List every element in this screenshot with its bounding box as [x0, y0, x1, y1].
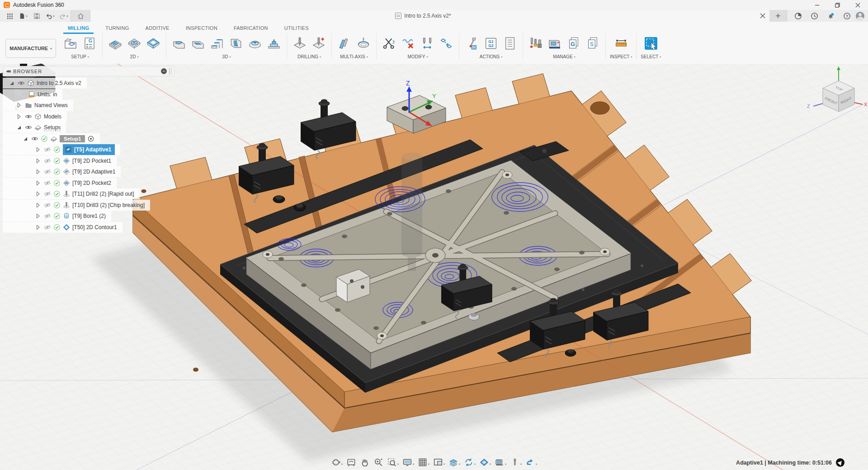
minimize-button[interactable] — [807, 0, 827, 10]
adaptive-clearing-button[interactable] — [170, 34, 188, 53]
browser-resize-handle[interactable] — [169, 68, 171, 75]
workspace-selector[interactable]: MANUFACTURE ▾ — [5, 39, 56, 58]
setup-sheet-button[interactable] — [501, 34, 519, 53]
grid-and-snaps-button[interactable]: ▾ — [416, 457, 431, 468]
browser-collapse-button[interactable]: ◀◀ — [6, 69, 9, 73]
file-menu-button[interactable]: ▾ — [16, 10, 30, 22]
2d-pocket-button[interactable] — [126, 34, 143, 53]
tool-library-button[interactable] — [527, 34, 544, 53]
profile-avatar[interactable] — [856, 12, 864, 20]
expand-icon[interactable] — [15, 124, 23, 131]
tab-fabrication[interactable]: FABRICATION — [226, 24, 276, 33]
new-setup-button[interactable] — [62, 34, 79, 53]
show-toolpath-button[interactable]: ▾ — [447, 457, 462, 468]
visibility-eye-off-icon[interactable] — [44, 224, 51, 231]
tool-compare-button[interactable] — [419, 34, 436, 53]
undo-button[interactable]: ▾ — [43, 10, 57, 22]
expand-icon[interactable] — [8, 80, 15, 87]
extensions-icon[interactable] — [791, 10, 805, 22]
expand-icon[interactable] — [34, 146, 42, 153]
post-library-button[interactable] — [565, 34, 582, 53]
thread-button[interactable] — [310, 34, 327, 53]
templates-button[interactable] — [584, 34, 601, 53]
expand-icon[interactable] — [34, 202, 42, 209]
visibility-eye-icon[interactable] — [25, 124, 32, 131]
exit-setup-button[interactable]: ▾ — [524, 457, 538, 468]
expand-icon[interactable] — [34, 190, 42, 197]
visibility-eye-off-icon[interactable] — [44, 190, 51, 197]
visibility-eye-off-icon[interactable] — [44, 212, 51, 220]
redo-button[interactable]: ▾ — [57, 10, 71, 22]
tab-inspection[interactable]: INSPECTION — [178, 24, 226, 33]
look-at-button[interactable] — [345, 457, 358, 468]
toolpath-trim-button[interactable] — [381, 34, 398, 53]
select-button[interactable] — [642, 34, 660, 53]
post-process-button[interactable] — [482, 34, 500, 53]
measure-button[interactable] — [613, 34, 630, 53]
rotary-button[interactable] — [355, 34, 372, 53]
tree-item-named-views[interactable]: Named Views — [3, 100, 73, 111]
tree-item-units[interactable]: Units: in — [3, 89, 62, 100]
visibility-eye-off-icon[interactable] — [44, 202, 51, 209]
parallel-button[interactable] — [208, 34, 226, 53]
op-2d-adaptive1[interactable]: [T9] 2D Adaptive1 — [3, 166, 121, 177]
visibility-eye-off-icon[interactable] — [44, 168, 51, 175]
new-document-tab-button[interactable] — [769, 10, 787, 22]
expand-icon[interactable] — [34, 168, 42, 175]
restore-button[interactable] — [827, 0, 848, 10]
zoom-button[interactable] — [372, 457, 385, 468]
expand-icon[interactable] — [34, 212, 42, 220]
tree-item-setups[interactable]: Setups — [3, 122, 66, 133]
help-icon[interactable]: ? — [840, 10, 854, 22]
tab-utilities[interactable]: UTILITIES — [276, 24, 317, 33]
tool-visibility-button[interactable]: ▾ — [509, 457, 523, 468]
close-button[interactable] — [848, 0, 868, 10]
tab-turning[interactable]: TURNING — [97, 24, 137, 33]
nc-program-button[interactable] — [81, 34, 98, 53]
job-status-icon[interactable] — [807, 10, 821, 22]
save-button[interactable] — [30, 10, 43, 22]
simulate-button[interactable]: ▾ — [462, 457, 477, 468]
slot-button[interactable] — [227, 34, 245, 53]
viewports-button[interactable]: ▾ — [432, 457, 446, 468]
display-settings-button[interactable]: ▾ — [401, 457, 415, 468]
op-bore1[interactable]: [T9] Bore1 (2) — [3, 211, 111, 221]
ramp-button[interactable] — [265, 34, 283, 53]
notifications-bell-icon[interactable] — [823, 10, 838, 22]
expand-icon[interactable] — [15, 102, 23, 109]
op-adaptive1[interactable]: [T5] Adaptive1 — [3, 144, 120, 155]
machine-library-button[interactable] — [546, 34, 563, 53]
expand-icon[interactable] — [15, 113, 23, 120]
scallop-button[interactable] — [246, 34, 264, 53]
pocket-clearing-button[interactable] — [189, 34, 207, 53]
toolpath-delete-button[interactable] — [400, 34, 417, 53]
face-button[interactable] — [107, 34, 124, 53]
visibility-eye-icon[interactable] — [31, 135, 38, 142]
data-panel-button[interactable] — [3, 10, 16, 22]
tab-additive[interactable]: ADDITIVE — [137, 24, 178, 33]
drill-button[interactable] — [291, 34, 308, 53]
machine-visibility-button[interactable]: ▾ — [493, 457, 508, 468]
tree-item-models[interactable]: Models — [3, 111, 67, 122]
tab-milling[interactable]: MILLING — [60, 24, 97, 33]
home-tab-button[interactable] — [71, 10, 90, 22]
visibility-eye-icon[interactable] — [18, 80, 25, 87]
op-2d-pocket1[interactable]: [T9] 2D Pocket1 — [3, 155, 117, 166]
document-tab[interactable]: Intro to 2.5 Axis v2* — [90, 10, 756, 22]
browser-hide-button[interactable]: − — [161, 68, 167, 74]
swarf-button[interactable] — [336, 34, 353, 53]
close-document-button[interactable] — [756, 10, 769, 22]
expand-icon[interactable] — [22, 135, 29, 142]
stock-visibility-button[interactable]: ▾ — [478, 457, 492, 468]
autodesk-badge-icon[interactable] — [836, 458, 844, 467]
selected-operation[interactable]: [T5] Adaptive1 — [63, 144, 115, 155]
visibility-eye-off-icon[interactable] — [44, 179, 51, 187]
active-setup-radio-icon[interactable] — [87, 135, 94, 142]
visibility-eye-off-icon[interactable] — [44, 146, 51, 153]
op-drill3[interactable]: [T10] Drill3 (2) [Chip breaking] — [3, 200, 150, 211]
op-drill2[interactable]: [T11] Drill2 (2) [Rapid out] — [3, 188, 140, 199]
op-2d-pocket2[interactable]: [T9] 2D Pocket2 — [3, 178, 117, 188]
pan-button[interactable] — [359, 457, 371, 468]
expand-icon[interactable] — [34, 224, 42, 231]
probe-button[interactable] — [463, 34, 481, 53]
